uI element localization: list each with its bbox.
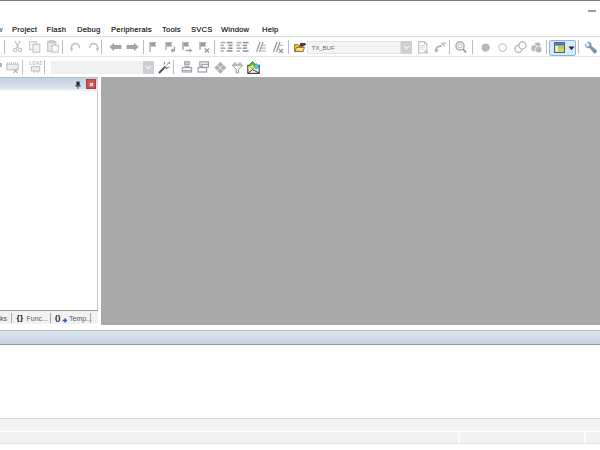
svg-text:LOAD: LOAD xyxy=(29,61,42,66)
